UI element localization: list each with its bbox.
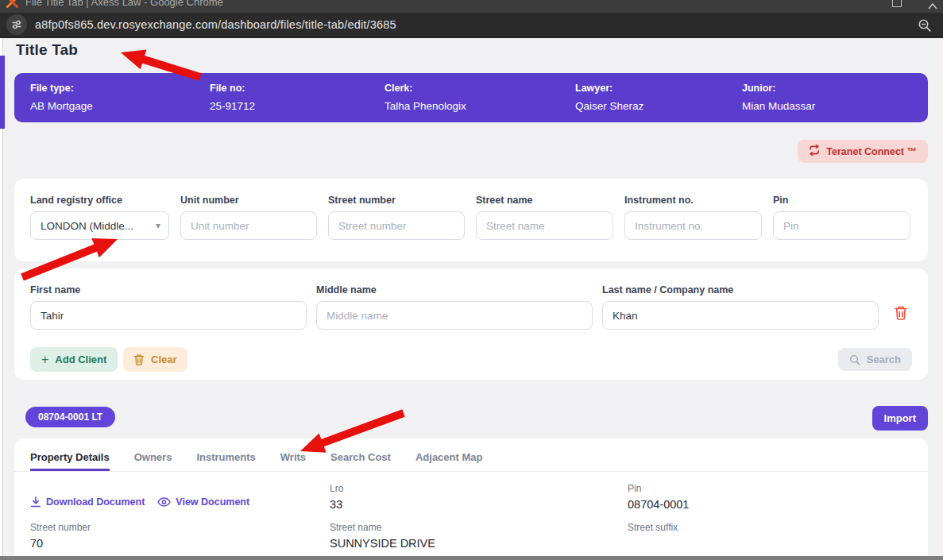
clear-label: Clear: [151, 353, 177, 365]
first-name-field: First name: [30, 284, 307, 330]
file-no-field: File no: 25-91712: [210, 83, 385, 122]
zoom-out-icon[interactable]: [918, 18, 932, 36]
instrument-no-label: Instrument no.: [624, 195, 762, 206]
middle-name-label: Middle name: [316, 284, 593, 295]
unit-number-label: Unit number: [180, 195, 317, 206]
street-number-input[interactable]: [328, 211, 465, 240]
tab-instruments[interactable]: Instruments: [196, 451, 255, 471]
browser-window: { "browser": { "window_title": "File Tit…: [0, 0, 943, 560]
street-number-field: Street number: [328, 195, 465, 240]
search-button[interactable]: Search: [838, 348, 912, 371]
document-links: Download Document View Document: [30, 492, 330, 511]
clerk-label: Clerk:: [385, 83, 575, 94]
download-document-link[interactable]: Download Document: [30, 496, 145, 508]
pin-detail-field: Pin 08704-0001: [628, 483, 928, 511]
instrument-no-field: Instrument no.: [624, 195, 762, 240]
url-text[interactable]: a8fp0fs865.dev.rosyexchange.com/dashboar…: [35, 18, 396, 31]
pin-label: Pin: [773, 195, 910, 206]
last-name-label: Last name / Company name: [602, 284, 879, 295]
pin-detail-label: Pin: [628, 483, 928, 494]
pin-field: Pin: [773, 195, 910, 240]
lro-value: 33: [330, 498, 628, 511]
search-label: Search: [867, 353, 901, 365]
first-name-input[interactable]: [30, 301, 307, 330]
scrollbar-track[interactable]: [937, 38, 943, 557]
plus-icon: +: [41, 353, 48, 367]
tab-adjacent-map[interactable]: Adjacent Map: [415, 451, 483, 471]
window-restore-icon[interactable]: [892, 0, 902, 7]
add-client-label: Add Client: [55, 353, 106, 365]
trash-icon: [133, 353, 145, 366]
parcel-badge[interactable]: 08704-0001 LT: [25, 407, 115, 427]
street-name-label: Street name: [476, 195, 613, 206]
teranet-connect-button[interactable]: Teranet Connect ™: [798, 140, 928, 163]
view-document-label: View Document: [176, 496, 249, 508]
property-details-card: Property Details Owners Instruments Writ…: [14, 438, 928, 560]
lawyer-value: Qaiser Sheraz: [575, 100, 742, 112]
teranet-connect-label: Teranet Connect ™: [826, 146, 917, 157]
site-settings-icon[interactable]: [6, 14, 27, 35]
clear-button[interactable]: Clear: [123, 347, 187, 372]
land-registry-office-field: Land registry office LONDON (Middle... ▾: [30, 195, 169, 240]
street-number-detail-field: Street number 70: [30, 522, 330, 550]
window-close-icon[interactable]: [927, 0, 938, 13]
junior-label: Junior:: [742, 83, 928, 94]
last-name-input[interactable]: [602, 301, 879, 330]
junior-value: Mian Mudassar: [742, 100, 928, 112]
street-name-detail-field: Street name SUNNYSIDE DRIVE: [330, 522, 628, 550]
chevron-down-icon: ▾: [156, 220, 160, 231]
browser-urlbar: a8fp0fs865.dev.rosyexchange.com/dashboar…: [0, 13, 943, 38]
middle-name-input[interactable]: [316, 301, 593, 330]
lawyer-field: Lawyer: Qaiser Sheraz: [575, 83, 742, 122]
details-tabs: Property Details Owners Instruments Writ…: [14, 438, 928, 472]
street-name-detail-value: SUNNYSIDE DRIVE: [330, 537, 628, 550]
delete-client-button[interactable]: [893, 305, 909, 322]
land-registry-office-value: LONDON (Middle...: [41, 220, 133, 232]
first-name-label: First name: [30, 284, 307, 295]
trash-icon: [894, 305, 908, 321]
import-button[interactable]: Import: [872, 406, 928, 431]
file-type-label: File type:: [30, 83, 210, 94]
sync-icon: [809, 145, 820, 158]
clerk-field: Clerk: Talha Phenologix: [385, 83, 575, 122]
file-no-value: 25-91712: [210, 100, 385, 112]
tab-property-details[interactable]: Property Details: [30, 451, 110, 471]
eye-icon: [157, 497, 171, 507]
property-search-card: Land registry office LONDON (Middle... ▾…: [14, 179, 928, 261]
download-icon: [30, 496, 41, 508]
file-info-banner: File type: AB Mortgage File no: 25-91712…: [14, 73, 928, 122]
street-number-detail-value: 70: [30, 537, 330, 550]
clerk-value: Talha Phenologix: [385, 100, 575, 112]
file-type-field: File type: AB Mortgage: [30, 83, 210, 122]
sidebar-edge-sliver: [0, 56, 5, 129]
street-number-detail-label: Street number: [30, 522, 330, 533]
last-name-field: Last name / Company name: [602, 284, 879, 330]
middle-name-field: Middle name: [316, 284, 593, 330]
street-suffix-detail-label: Street suffix: [628, 522, 928, 533]
tab-owners[interactable]: Owners: [134, 451, 172, 471]
street-name-field: Street name: [476, 195, 613, 240]
file-type-value: AB Mortgage: [30, 100, 210, 112]
tab-writs[interactable]: Writs: [280, 451, 306, 471]
street-number-label: Street number: [328, 195, 465, 206]
street-name-input[interactable]: [476, 211, 613, 240]
land-registry-office-select[interactable]: LONDON (Middle... ▾: [30, 211, 169, 240]
download-document-label: Download Document: [46, 496, 145, 508]
unit-number-input[interactable]: [180, 211, 317, 240]
unit-number-field: Unit number: [180, 195, 317, 240]
view-document-link[interactable]: View Document: [157, 496, 249, 508]
page-title: Title Tab: [16, 41, 78, 59]
tab-search-cost[interactable]: Search Cost: [330, 451, 391, 471]
add-client-button[interactable]: + Add Client: [30, 347, 118, 372]
window-bottom-edge: [0, 556, 943, 560]
window-title: File Title Tab | Axess Law - Google Chro…: [25, 0, 223, 8]
search-icon: [849, 354, 860, 365]
file-no-label: File no:: [210, 83, 385, 94]
street-name-detail-label: Street name: [330, 522, 628, 533]
lro-field: Lro 33: [330, 483, 628, 511]
lawyer-label: Lawyer:: [575, 83, 742, 94]
pin-input[interactable]: [773, 211, 910, 240]
lro-label: Lro: [330, 483, 628, 494]
land-registry-office-label: Land registry office: [30, 195, 169, 206]
instrument-no-input[interactable]: [624, 211, 762, 240]
